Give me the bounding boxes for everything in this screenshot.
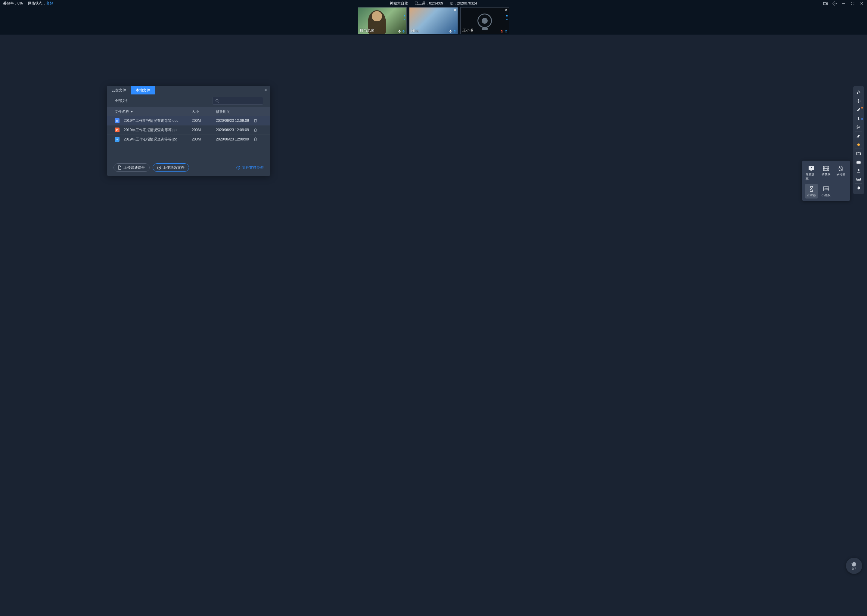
timer-label: 计时器 <box>807 193 816 197</box>
tile-close-icon[interactable]: ✕ <box>454 8 456 12</box>
video-strip: 叮当老师 ✕ Nina ✕ 王小明 <box>0 7 867 35</box>
file-size: 200M <box>192 137 216 141</box>
ppt-file-icon: P <box>115 127 120 132</box>
svg-rect-7 <box>403 30 404 31</box>
network-label: 网络状态： <box>28 1 46 5</box>
image-file-icon: ▲ <box>115 137 120 141</box>
maximize-icon[interactable] <box>850 1 855 6</box>
svg-rect-29 <box>857 161 861 163</box>
svg-point-18 <box>216 99 218 102</box>
delete-file-button[interactable] <box>254 128 263 132</box>
tab-local-files[interactable]: 本地文件 <box>131 86 155 94</box>
close-icon[interactable] <box>859 1 864 6</box>
upload-normal-button[interactable]: 上传普通课件 <box>113 163 150 172</box>
raise-hand-button[interactable]: 0/2 <box>846 558 862 574</box>
svg-rect-9 <box>450 30 451 31</box>
file-time: 2020/06/23 12:09:09 <box>216 137 254 141</box>
vu-meter-icon <box>404 15 405 20</box>
elapsed-time: 已上课：02:34:09 <box>415 1 443 6</box>
record-icon[interactable] <box>823 1 828 6</box>
participant-name: 叮当老师 <box>360 28 375 33</box>
file-row[interactable]: ▲ 2019年工作汇报情况查询等等.jpg 200M 2020/06/23 12… <box>107 135 270 144</box>
upload-animated-label: 上传动效文件 <box>163 165 184 170</box>
tile-close-icon[interactable]: ✕ <box>505 8 508 12</box>
raise-hand-count: 0/2 <box>852 567 856 570</box>
id-label: ID： <box>450 1 457 5</box>
upload-normal-label: 上传普通课件 <box>123 165 145 170</box>
hand-icon <box>851 561 857 567</box>
elapsed-label: 已上课： <box>415 1 429 5</box>
scissors-tool[interactable] <box>853 123 864 132</box>
answer-board-tool[interactable]: AB✓✗ 答题器 <box>820 163 833 182</box>
svg-point-28 <box>858 143 860 146</box>
video-tile-wang[interactable]: ✕ 王小明 <box>460 7 509 34</box>
delete-file-button[interactable] <box>254 137 263 141</box>
play-circle-icon <box>157 166 161 170</box>
svg-rect-27 <box>857 137 859 137</box>
minimize-icon[interactable] <box>841 1 846 6</box>
file-dialog: 云盘文件 本地文件 ✕ 全部文件 文件名称 ▾ 大小 修改时间 W 2019年工… <box>107 86 270 176</box>
file-row[interactable]: P 2019年工作汇报情况查询等等.ppt 200M 2020/06/23 12… <box>107 126 270 135</box>
col-size-label[interactable]: 大小 <box>192 109 216 114</box>
tab-cloud-files[interactable]: 云盘文件 <box>107 86 131 94</box>
text-tool[interactable]: T <box>853 114 864 123</box>
dialog-tabs: 云盘文件 本地文件 ✕ <box>107 86 270 94</box>
session-id: ID：2020070324 <box>450 1 477 6</box>
chat-tool[interactable] <box>853 175 864 184</box>
svg-rect-11 <box>454 30 455 31</box>
move-tool[interactable] <box>853 97 864 105</box>
screen-share-tool[interactable]: 屏幕共享 <box>805 163 818 182</box>
search-input[interactable] <box>213 97 263 105</box>
svg-line-19 <box>218 101 219 102</box>
filter-all-files[interactable]: 全部文件 <box>115 98 129 104</box>
svg-point-30 <box>858 169 859 171</box>
file-name: 2019年工作汇报情况查询等等.doc <box>124 118 178 123</box>
file-size: 200M <box>192 128 216 132</box>
buzzer-tool[interactable]: 抢答器 <box>834 163 847 182</box>
participant-name: 王小明 <box>462 28 473 33</box>
delete-file-button[interactable] <box>254 118 263 123</box>
svg-rect-16 <box>506 30 506 31</box>
mic-on-icon <box>449 30 456 33</box>
info-icon <box>236 166 240 170</box>
color-picker-tool[interactable] <box>853 140 864 149</box>
svg-rect-0 <box>823 2 826 5</box>
col-name[interactable]: 文件名称 ▾ <box>115 109 192 114</box>
small-board-tool[interactable]: 2+3 小黑板 <box>820 184 833 198</box>
search-icon <box>215 99 219 103</box>
laser-pointer-tool[interactable] <box>853 88 864 97</box>
roster-tool[interactable] <box>853 167 864 175</box>
elapsed-value: 02:34:09 <box>429 1 443 5</box>
small-board-label: 小黑板 <box>821 193 831 197</box>
video-tile-teacher[interactable]: 叮当老师 <box>358 7 407 34</box>
svg-text:✓: ✓ <box>824 169 826 170</box>
buzzer-label: 抢答器 <box>836 173 845 177</box>
dialog-close-icon[interactable]: ✕ <box>264 88 267 92</box>
right-toolbar: T <box>853 86 864 194</box>
document-icon <box>118 165 121 170</box>
screen-share-label: 屏幕共享 <box>806 173 817 181</box>
col-time-label[interactable]: 修改时间 <box>216 109 254 114</box>
svg-rect-5 <box>399 30 400 31</box>
sort-arrow-icon: ▾ <box>131 110 133 114</box>
bell-tool[interactable] <box>853 184 864 193</box>
mic-on-icon <box>398 30 405 33</box>
video-tile-nina[interactable]: ✕ Nina <box>409 7 458 34</box>
file-size: 200M <box>192 118 216 123</box>
gear-icon[interactable] <box>832 1 837 6</box>
pen-tool[interactable] <box>853 105 864 114</box>
file-row[interactable]: W 2019年工作汇报情况查询等等.doc 200M 2020/06/23 12… <box>107 116 270 126</box>
upload-animated-button[interactable]: 上传动效文件 <box>153 163 189 172</box>
packet-loss-value: 0% <box>17 1 22 5</box>
supported-types-link[interactable]: 文件支持类型 <box>236 165 264 170</box>
doc-file-icon: W <box>115 118 120 123</box>
participant-name: Nina <box>411 29 419 33</box>
network-status: 网络状态：良好 <box>28 1 53 6</box>
folder-tool[interactable] <box>853 149 864 158</box>
eraser-tool[interactable] <box>853 132 864 140</box>
file-time: 2020/06/23 12:09:09 <box>216 118 254 123</box>
toolbox-tool[interactable] <box>853 158 864 167</box>
svg-point-33 <box>858 179 859 179</box>
svg-text:✗: ✗ <box>827 169 828 170</box>
timer-tool[interactable]: 计时器 <box>805 184 818 198</box>
